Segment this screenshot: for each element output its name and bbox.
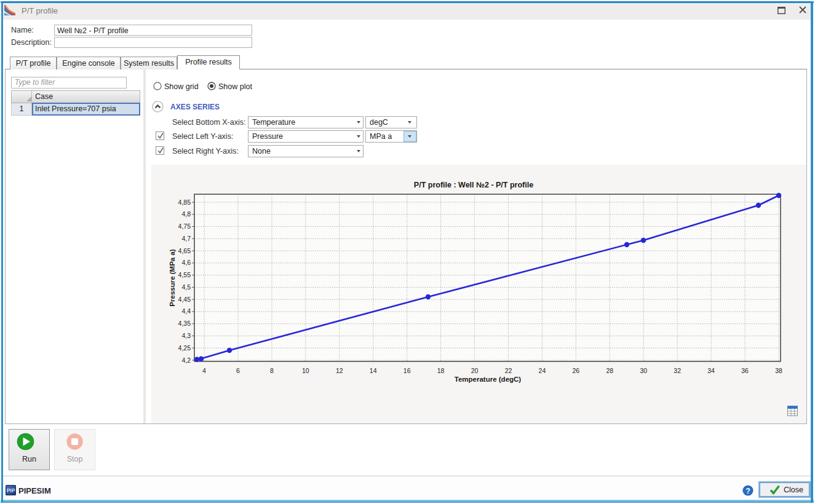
svg-text:14: 14 [370,367,377,374]
svg-text:4,7: 4,7 [181,235,191,242]
svg-text:?: ? [745,487,750,495]
svg-text:10: 10 [302,367,309,374]
svg-text:4,25: 4,25 [178,344,191,352]
svg-text:28: 28 [606,367,613,374]
svg-text:32: 32 [674,367,681,374]
svg-text:4,35: 4,35 [178,320,191,327]
svg-text:36: 36 [741,367,749,374]
svg-text:4,75: 4,75 [178,222,191,230]
svg-text:4,5: 4,5 [181,283,191,291]
svg-text:34: 34 [707,367,715,374]
svg-text:38: 38 [775,367,782,374]
svg-text:4,45: 4,45 [178,296,191,303]
svg-text:4: 4 [202,367,206,374]
svg-text:4,85: 4,85 [178,199,191,206]
svg-text:12: 12 [336,367,343,374]
svg-text:18: 18 [437,367,445,374]
svg-text:4,8: 4,8 [181,210,191,218]
svg-text:26: 26 [573,367,580,374]
svg-text:16: 16 [404,367,411,374]
svg-text:4,55: 4,55 [178,271,191,278]
svg-text:24: 24 [539,367,546,374]
svg-text:4,2: 4,2 [181,356,191,364]
svg-text:4,6: 4,6 [181,259,191,266]
svg-text:8: 8 [270,367,274,374]
svg-text:4,4: 4,4 [181,307,191,315]
svg-text:4,65: 4,65 [178,247,191,254]
svg-text:30: 30 [640,367,647,374]
svg-text:PIP: PIP [7,487,15,494]
svg-text:6: 6 [236,367,240,374]
svg-text:22: 22 [505,367,512,374]
svg-text:Pressure (MPa a): Pressure (MPa a) [169,249,176,306]
svg-text:P/T profile : Well №2 - P/T pr: P/T profile : Well №2 - P/T profile [414,181,533,189]
svg-text:4,3: 4,3 [181,332,191,339]
svg-text:Temperature (degC): Temperature (degC) [455,376,522,383]
svg-text:20: 20 [471,367,479,374]
